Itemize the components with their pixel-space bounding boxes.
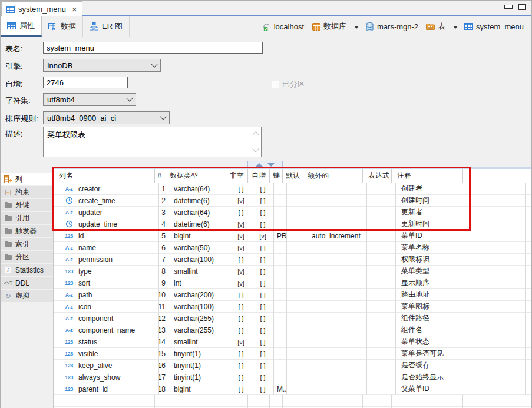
cell-key[interactable] (274, 266, 287, 277)
cell-notnull-checkbox[interactable]: [v] (230, 218, 252, 230)
cell-key[interactable] (274, 301, 287, 313)
cell-notnull-checkbox[interactable]: [v] (230, 266, 252, 277)
cell-extra[interactable] (306, 348, 367, 360)
breadcrumb-item-localhost[interactable]: localhost (260, 21, 306, 32)
cell-datatype[interactable]: bigint (168, 230, 230, 242)
cell-empty[interactable] (467, 371, 526, 383)
cell-autoincrement-checkbox[interactable]: [ ] (252, 289, 274, 301)
collation-select[interactable]: utf8mb4_0900_ai_ci (43, 111, 170, 124)
table-name-input[interactable] (43, 42, 263, 54)
cell-ordinal[interactable]: 6 (159, 242, 168, 254)
cell-default[interactable] (287, 266, 306, 277)
sidebar-item-virtual[interactable]: ↻︎虚拟 (1, 290, 53, 302)
cell-ordinal[interactable]: 10 (159, 289, 168, 301)
cell-notnull-checkbox[interactable]: [ ] (230, 301, 252, 313)
cell-extra[interactable] (306, 254, 367, 266)
cell-notnull-checkbox[interactable]: [v] (230, 277, 252, 289)
cell-ordinal[interactable]: 13 (159, 324, 168, 336)
cell-autoincrement-checkbox[interactable]: [ ] (252, 242, 274, 254)
cell-notnull-checkbox[interactable]: [v] (230, 242, 252, 254)
charset-select[interactable]: utf8mb4 (43, 93, 136, 106)
cell-ordinal[interactable]: 4 (159, 218, 168, 230)
cell-extra[interactable]: auto_increment (306, 230, 367, 242)
sidebar-item-statistics[interactable]: iStatistics (1, 264, 53, 276)
cell-name[interactable]: A-zupdater (54, 207, 159, 218)
cell-datatype[interactable]: tinyint(1) (168, 348, 230, 360)
cell-key[interactable] (274, 183, 287, 195)
cell-empty[interactable] (467, 218, 526, 230)
cell-key[interactable] (274, 371, 287, 383)
cell-default[interactable] (287, 207, 306, 218)
cell-expression[interactable] (367, 360, 396, 371)
cell-autoincrement-checkbox[interactable]: [ ] (252, 195, 274, 207)
cell-default[interactable] (287, 336, 306, 348)
cell-ordinal[interactable]: 8 (159, 266, 168, 277)
sidebar-item-ddl[interactable]: <>TDDL (1, 277, 53, 289)
cell-datatype[interactable]: smallint (168, 266, 230, 277)
cell-autoincrement-checkbox[interactable]: [ ] (252, 183, 274, 195)
cell-comment[interactable]: 显示顺序 (396, 277, 467, 289)
cell-name[interactable]: create_time (54, 195, 159, 207)
cell-empty[interactable] (467, 195, 526, 207)
cell-ordinal[interactable]: 14 (159, 336, 168, 348)
cell-autoincrement-checkbox[interactable]: [v] (252, 230, 274, 242)
col-header-default[interactable]: 默认 (283, 169, 302, 183)
cell-ordinal[interactable]: 7 (159, 254, 168, 266)
sidebar-item-columns[interactable]: 列 (1, 173, 53, 185)
cell-expression[interactable] (367, 266, 396, 277)
scroll-up-icon[interactable] (252, 131, 259, 138)
cell-extra[interactable] (306, 301, 367, 313)
cell-key[interactable] (274, 348, 287, 360)
cell-ordinal[interactable]: 1 (159, 183, 168, 195)
cell-autoincrement-checkbox[interactable]: [ ] (252, 266, 274, 277)
cell-ordinal[interactable]: 16 (159, 360, 168, 371)
cell-default[interactable] (287, 218, 306, 230)
cell-default[interactable] (287, 383, 306, 395)
cell-notnull-checkbox[interactable]: [ ] (230, 324, 252, 336)
view-tab-properties[interactable]: 属性 (1, 16, 42, 37)
cell-key[interactable]: M... (274, 383, 287, 395)
cell-empty[interactable] (467, 254, 526, 266)
cell-name[interactable]: A-zcomponent_name (54, 324, 159, 336)
cell-autoincrement-checkbox[interactable]: [ ] (252, 313, 274, 324)
cell-extra[interactable] (306, 218, 367, 230)
cell-expression[interactable] (367, 218, 396, 230)
cell-extra[interactable] (306, 242, 367, 254)
cell-notnull-checkbox[interactable]: [ ] (230, 183, 252, 195)
cell-key[interactable]: PRI (274, 230, 287, 242)
cell-empty[interactable] (467, 360, 526, 371)
cell-extra[interactable] (306, 383, 367, 395)
cell-expression[interactable] (367, 313, 396, 324)
cell-comment[interactable]: 菜单状态 (396, 336, 467, 348)
cell-notnull-checkbox[interactable]: [ ] (230, 348, 252, 360)
cell-default[interactable] (287, 242, 306, 254)
cell-notnull-checkbox[interactable]: [ ] (230, 313, 252, 324)
cell-name[interactable]: 123type (54, 266, 159, 277)
cell-notnull-checkbox[interactable]: [ ] (230, 371, 252, 383)
cell-extra[interactable] (306, 195, 367, 207)
col-header-type[interactable]: 数据类型 (164, 169, 226, 183)
cell-expression[interactable] (367, 301, 396, 313)
cell-ordinal[interactable]: 5 (159, 230, 168, 242)
cell-ordinal[interactable]: 9 (159, 277, 168, 289)
cell-comment[interactable]: 菜单是否可见 (396, 348, 467, 360)
cell-expression[interactable] (367, 207, 396, 218)
sidebar-item-indexes[interactable]: 索引 (1, 238, 53, 250)
cell-notnull-checkbox[interactable]: [v] (230, 336, 252, 348)
cell-comment[interactable]: 菜单图标 (396, 301, 467, 313)
cell-datatype[interactable]: datetime(6) (168, 218, 230, 230)
cell-key[interactable] (274, 336, 287, 348)
cell-datatype[interactable]: varchar(200) (168, 289, 230, 301)
engine-select[interactable]: InnoDB (43, 59, 161, 72)
cell-extra[interactable] (306, 277, 367, 289)
cell-default[interactable] (287, 230, 306, 242)
description-textarea[interactable]: 菜单权限表 (43, 127, 262, 157)
cell-comment[interactable]: 更新时间 (396, 218, 467, 230)
cell-expression[interactable] (367, 336, 396, 348)
view-tab-er-diagram[interactable]: ER 图 (83, 16, 130, 37)
cell-expression[interactable] (367, 371, 396, 383)
cell-default[interactable] (287, 289, 306, 301)
cell-autoincrement-checkbox[interactable]: [ ] (252, 371, 274, 383)
cell-name[interactable]: 123parent_id (54, 383, 159, 395)
cell-empty[interactable] (467, 348, 526, 360)
